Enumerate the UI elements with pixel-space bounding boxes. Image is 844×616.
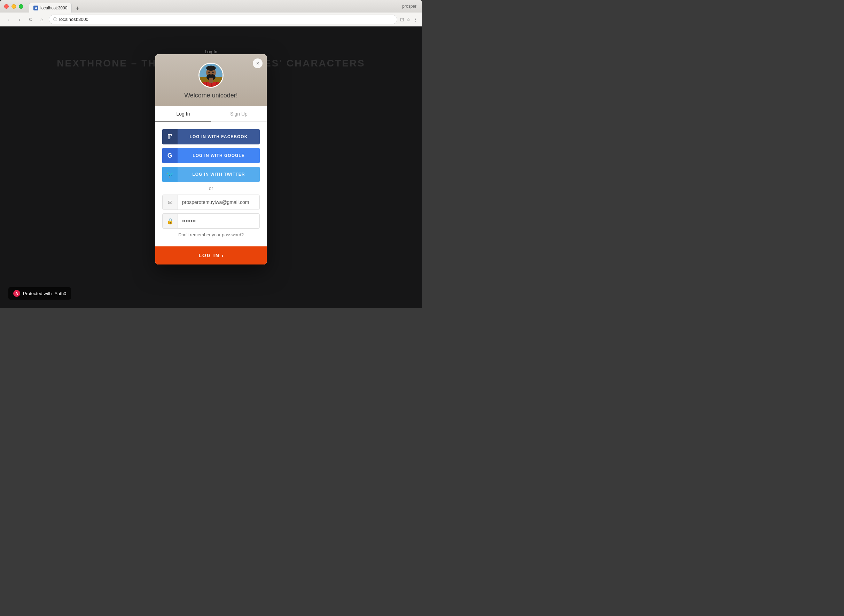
login-submit-label: LOG IN <box>199 253 220 258</box>
modal-overlay: Log In × <box>0 26 422 308</box>
google-login-button[interactable]: G LOG IN WITH GOOGLE <box>162 148 260 163</box>
password-icon: 🔒 <box>163 213 178 229</box>
svg-rect-14 <box>209 78 213 83</box>
browser-toolbar: ‹ › ↻ ⌂ ⓘ localhost:3000 ⊡ ☆ ⋮ <box>0 13 422 26</box>
browser-tab[interactable]: ◈ localhost:3000 <box>29 3 72 13</box>
google-login-label: LOG IN WITH GOOGLE <box>178 153 260 158</box>
address-text: localhost:3000 <box>59 17 88 22</box>
traffic-lights <box>4 4 23 9</box>
address-info-icon: ⓘ <box>53 17 57 22</box>
email-icon: ✉ <box>163 195 178 210</box>
facebook-login-button[interactable]: f LOG IN WITH FACEBOOK <box>162 129 260 144</box>
svg-point-8 <box>213 72 213 72</box>
page-background: NEXTHRONE – THE GAME OF THRONES' CHARACT… <box>0 26 422 308</box>
close-window-button[interactable] <box>4 4 9 9</box>
reload-button[interactable]: ↻ <box>26 15 35 23</box>
tab-title: localhost:3000 <box>40 6 67 10</box>
home-button[interactable]: ⌂ <box>38 15 46 23</box>
login-modal: × <box>155 54 267 264</box>
facebook-login-label: LOG IN WITH FACEBOOK <box>178 134 260 139</box>
twitter-icon: 🐦 <box>162 167 178 182</box>
modal-tabs: Log In Sign Up <box>155 106 267 122</box>
new-tab-button[interactable]: + <box>73 4 81 13</box>
svg-point-3 <box>206 66 216 71</box>
password-input[interactable] <box>178 213 260 229</box>
modal-label: Log In <box>205 49 217 54</box>
svg-rect-13 <box>216 82 217 87</box>
address-bar[interactable]: ⓘ localhost:3000 <box>49 15 397 24</box>
modal-body: f LOG IN WITH FACEBOOK G LOG IN WITH GOO… <box>155 122 267 246</box>
browser-user-name: prosper <box>402 4 417 9</box>
protected-badge: A Protected with Auth0 <box>8 287 71 300</box>
forgot-password-link[interactable]: Don't remember your password? <box>162 232 260 238</box>
auth0-brand: Auth0 <box>54 291 66 296</box>
toolbar-right: ⊡ ☆ ⋮ <box>400 17 418 22</box>
google-icon: G <box>162 148 178 163</box>
svg-rect-12 <box>211 82 212 87</box>
tab-bar: ◈ localhost:3000 + <box>29 0 81 13</box>
login-submit-button[interactable]: LOG IN › <box>155 246 267 264</box>
email-input[interactable] <box>178 195 260 210</box>
twitter-login-button[interactable]: 🐦 LOG IN WITH TWITTER <box>162 167 260 182</box>
menu-icon[interactable]: ⋮ <box>413 17 418 22</box>
tab-favicon: ◈ <box>34 6 38 10</box>
facebook-icon: f <box>162 129 178 144</box>
tab-login[interactable]: Log In <box>155 106 211 122</box>
auth0-logo: A <box>13 290 20 297</box>
or-divider: or <box>162 185 260 191</box>
bookmark-icon[interactable]: ☆ <box>406 17 411 22</box>
svg-rect-11 <box>206 82 207 87</box>
password-input-group: 🔒 <box>162 213 260 229</box>
minimize-window-button[interactable] <box>12 4 16 9</box>
modal-close-button[interactable]: × <box>253 59 263 68</box>
tab-signup[interactable]: Sign Up <box>211 106 267 122</box>
maximize-window-button[interactable] <box>19 4 23 9</box>
twitter-login-label: LOG IN WITH TWITTER <box>178 172 260 177</box>
avatar-image <box>200 64 223 87</box>
protected-text: Protected with <box>23 291 51 296</box>
cast-icon[interactable]: ⊡ <box>400 17 404 22</box>
svg-point-7 <box>209 72 210 72</box>
modal-header: × <box>155 54 267 106</box>
title-bar: ◈ localhost:3000 + prosper <box>0 0 422 13</box>
welcome-text: Welcome unicoder! <box>184 92 238 99</box>
forward-button[interactable]: › <box>15 15 23 23</box>
login-arrow-icon: › <box>222 253 223 258</box>
svg-point-9 <box>210 74 212 75</box>
email-input-group: ✉ <box>162 195 260 210</box>
back-button[interactable]: ‹ <box>4 15 13 23</box>
avatar <box>198 63 223 88</box>
